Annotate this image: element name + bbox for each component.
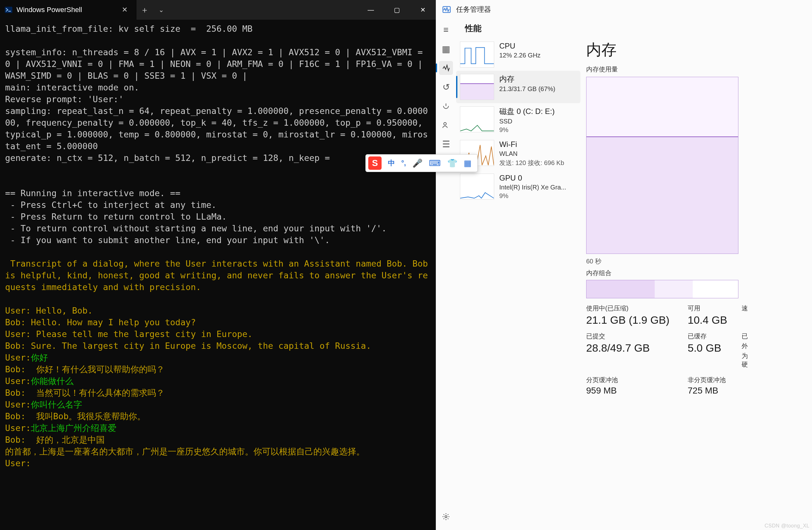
taskmgr-title: 任务管理器 xyxy=(456,5,491,14)
card-sub: 12% 2.26 GHz xyxy=(499,52,540,59)
card-sub2: 发送: 120 接收: 696 Kb xyxy=(499,159,564,167)
ime-floating-bar[interactable]: S 中 °, 🎤 ⌨ 👕 ▦ xyxy=(365,154,478,172)
memory-stats: 使用中(已压缩)21.1 GB (1.9 GB) 可用10.4 GB 速 已提交… xyxy=(586,304,738,396)
card-sub: 21.3/31.7 GB (67%) xyxy=(499,85,555,93)
rail-performance[interactable] xyxy=(439,61,453,75)
sparkline-disk xyxy=(460,106,494,132)
cached-label: 已缓存 xyxy=(688,332,738,341)
card-name: 磁盘 0 (C: D: E:) xyxy=(499,106,555,116)
in-use-label: 使用中(已压缩) xyxy=(586,304,684,313)
rail-startup[interactable] xyxy=(439,99,453,113)
taskmgr-app-icon xyxy=(442,5,451,14)
committed-label: 已提交 xyxy=(586,332,684,341)
rail-details[interactable]: ☰ xyxy=(439,137,453,151)
nonpaged-label: 非分页缓冲池 xyxy=(688,376,738,384)
sparkline-mem xyxy=(460,74,494,100)
available-label: 可用 xyxy=(688,304,738,313)
keyboard-icon[interactable]: ⌨ xyxy=(429,158,441,168)
taskmgr-titlebar: 任务管理器 xyxy=(436,0,812,19)
sparkline-cpu xyxy=(460,42,494,68)
svg-rect-4 xyxy=(460,84,494,100)
card-name: GPU 0 xyxy=(499,174,566,183)
card-sub2: 9% xyxy=(499,192,566,200)
skin-icon[interactable]: 👕 xyxy=(447,158,458,168)
rail-settings[interactable] xyxy=(439,510,453,524)
task-manager-window: 任务管理器 ≡ ▦ ↺ ☰ xyxy=(436,0,812,530)
page-title: 性能 xyxy=(456,21,812,39)
terminal-tab-powershell[interactable]: Windows PowerShell ✕ xyxy=(0,0,136,20)
detail-chart-label: 内存使用量 xyxy=(586,65,812,74)
watermark: CSDN @toong_XL xyxy=(765,523,810,529)
in-use-value: 21.1 GB (1.9 GB) xyxy=(586,314,684,326)
paged-value: 959 MB xyxy=(586,386,684,396)
rail-menu-button[interactable]: ≡ xyxy=(439,23,453,37)
sogou-ime-icon[interactable]: S xyxy=(368,156,381,170)
detail-title: 内存 xyxy=(586,39,812,65)
rail-app-history[interactable]: ↺ xyxy=(439,80,453,94)
perf-card-mem[interactable]: 内存21.3/31.7 GB (67%) xyxy=(456,71,580,103)
terminal-titlebar: Windows PowerShell ✕ ＋ ⌄ — ▢ ✕ xyxy=(0,0,436,20)
memory-usage-chart xyxy=(586,77,738,254)
cached-value: 5.0 GB xyxy=(688,342,738,354)
rail-users[interactable] xyxy=(439,118,453,132)
card-sub2: 9% xyxy=(499,126,555,134)
svg-rect-0 xyxy=(5,7,12,13)
memory-composition-bar xyxy=(586,280,738,298)
rail-processes[interactable]: ▦ xyxy=(439,42,453,56)
paged-label: 分页缓冲池 xyxy=(586,376,684,384)
gear-icon xyxy=(442,513,450,521)
taskmgr-nav-rail: ≡ ▦ ↺ ☰ xyxy=(436,19,456,530)
slots-label: 已 xyxy=(742,332,748,341)
perf-card-cpu[interactable]: CPU12% 2.26 GHz xyxy=(456,39,580,71)
committed-value: 28.8/49.7 GB xyxy=(586,342,684,354)
powershell-icon xyxy=(4,6,13,14)
composition-label: 内存组合 xyxy=(586,269,812,277)
card-name: CPU xyxy=(499,42,540,51)
terminal-output: llama_init_from_file: kv self size = 256… xyxy=(5,23,431,469)
card-name: Wi-Fi xyxy=(499,140,564,149)
performance-list: CPU12% 2.26 GHz内存21.3/31.7 GB (67%)磁盘 0 … xyxy=(456,39,580,530)
grid-icon[interactable]: ▦ xyxy=(464,158,472,168)
perf-card-gpu[interactable]: GPU 0Intel(R) Iris(R) Xe Gra...9% xyxy=(456,170,580,203)
new-tab-button[interactable]: ＋ xyxy=(136,0,153,20)
card-name: 内存 xyxy=(499,74,555,84)
svg-point-3 xyxy=(445,516,447,518)
tab-title: Windows PowerShell xyxy=(16,6,82,14)
speed-label: 速 xyxy=(742,304,748,313)
available-value: 10.4 GB xyxy=(688,314,738,326)
sparkline-gpu xyxy=(460,174,494,200)
mic-icon[interactable]: 🎤 xyxy=(412,158,422,168)
card-sub: Intel(R) Iris(R) Xe Gra... xyxy=(499,184,566,191)
terminal-body[interactable]: llama_init_from_file: kv self size = 256… xyxy=(0,20,436,530)
nonpaged-value: 725 MB xyxy=(688,386,738,396)
ime-punct-toggle[interactable]: °, xyxy=(401,159,406,167)
tab-close-button[interactable]: ✕ xyxy=(120,5,129,14)
svg-point-2 xyxy=(444,123,446,125)
ime-lang-toggle[interactable]: 中 xyxy=(388,158,395,168)
powershell-window: Windows PowerShell ✕ ＋ ⌄ — ▢ ✕ llama_ini… xyxy=(0,0,436,530)
chart-axis-label: 60 秒 xyxy=(586,257,812,266)
tab-dropdown-button[interactable]: ⌄ xyxy=(153,0,169,20)
maximize-button[interactable]: ▢ xyxy=(384,0,410,20)
minimize-button[interactable]: — xyxy=(358,0,384,20)
perf-card-disk[interactable]: 磁盘 0 (C: D: E:)SSD9% xyxy=(456,103,580,137)
card-sub: SSD xyxy=(499,118,555,125)
card-sub: WLAN xyxy=(499,150,564,157)
memory-detail-pane: 内存 内存使用量 60 秒 内存组合 使用中(已压缩)21.1 GB (1.9 … xyxy=(580,39,812,530)
close-button[interactable]: ✕ xyxy=(410,0,436,20)
